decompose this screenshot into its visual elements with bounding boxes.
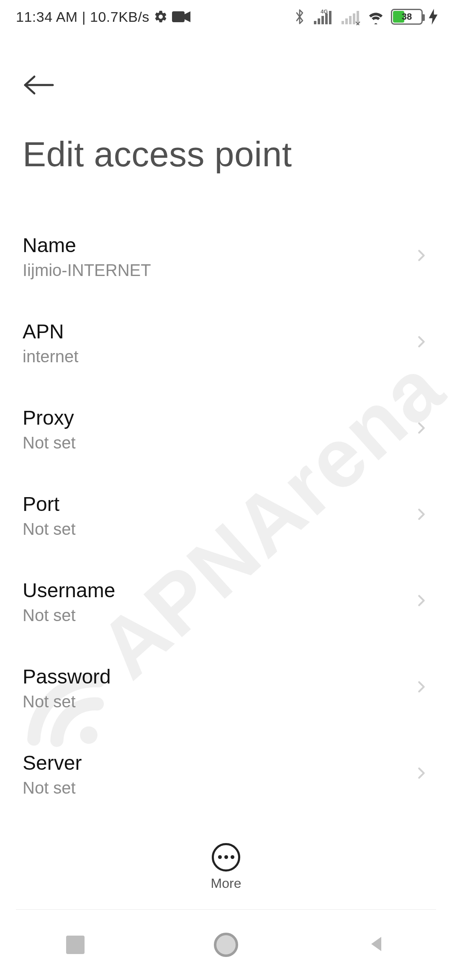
battery-icon: 38 — [391, 9, 423, 25]
setting-texts: NameIijmio-INTERNET — [23, 234, 414, 280]
setting-value: Not set — [23, 520, 414, 539]
chevron-right-icon — [414, 248, 431, 265]
svg-rect-9 — [349, 16, 352, 24]
triangle-left-icon — [367, 934, 386, 955]
chevron-right-icon — [414, 680, 431, 696]
setting-value: internet — [23, 347, 414, 366]
bluetooth-icon — [294, 8, 306, 25]
camera-icon — [172, 10, 190, 23]
more-dots-icon — [231, 855, 234, 859]
setting-label: Name — [23, 234, 414, 257]
status-time: 11:34 AM — [16, 9, 78, 25]
setting-value: Not set — [23, 779, 414, 797]
setting-label: Password — [23, 665, 414, 688]
setting-label: Proxy — [23, 406, 414, 429]
status-left: 11:34 AM | 10.7KB/s — [16, 9, 190, 25]
setting-texts: ServerNot set — [23, 751, 414, 797]
nav-back-button[interactable] — [363, 931, 390, 958]
page-title: Edit access point — [23, 134, 429, 175]
svg-rect-7 — [342, 21, 344, 24]
chevron-right-icon — [414, 507, 431, 524]
bottom-action-bar: More — [0, 824, 452, 910]
setting-label: Server — [23, 751, 414, 774]
chevron-right-icon — [414, 335, 431, 351]
svg-rect-0 — [172, 11, 185, 22]
status-right: 4G 38 — [294, 8, 438, 25]
nav-recents-button[interactable] — [62, 931, 89, 958]
setting-texts: ProxyNot set — [23, 406, 414, 452]
nav-home-button[interactable] — [213, 931, 239, 958]
more-label: More — [211, 876, 241, 891]
back-button[interactable] — [23, 67, 60, 105]
setting-row-proxy[interactable]: ProxyNot set — [0, 386, 452, 472]
system-nav-bar — [0, 910, 452, 980]
svg-rect-6 — [329, 11, 331, 24]
status-separator: | — [82, 9, 86, 25]
more-button[interactable] — [212, 843, 240, 872]
setting-row-server[interactable]: ServerNot set — [0, 731, 452, 818]
signal-sim2-icon — [339, 8, 361, 25]
svg-rect-10 — [353, 13, 355, 24]
setting-row-password[interactable]: PasswordNot set — [0, 645, 452, 731]
setting-row-apn[interactable]: APNinternet — [0, 300, 452, 386]
setting-label: Port — [23, 493, 414, 516]
setting-label: APN — [23, 320, 414, 343]
chevron-right-icon — [414, 421, 431, 438]
chevron-right-icon — [414, 593, 431, 610]
signal-sim1-icon: 4G — [311, 8, 333, 25]
setting-value: Not set — [23, 433, 414, 452]
setting-texts: UsernameNot set — [23, 579, 414, 625]
more-dots-icon — [224, 855, 228, 859]
circle-icon — [214, 933, 238, 957]
status-bar: 11:34 AM | 10.7KB/s 4G 38 — [0, 0, 452, 34]
setting-row-name[interactable]: NameIijmio-INTERNET — [0, 214, 452, 300]
charging-icon — [429, 10, 438, 24]
setting-row-mmsc[interactable]: MMSCNot set — [0, 818, 452, 824]
settings-icon — [154, 10, 168, 24]
setting-label: Username — [23, 579, 414, 602]
setting-value: Not set — [23, 692, 414, 711]
svg-rect-5 — [325, 13, 328, 24]
setting-texts: PasswordNot set — [23, 665, 414, 711]
status-data-rate: 10.7KB/s — [90, 9, 149, 25]
setting-row-username[interactable]: UsernameNot set — [0, 559, 452, 645]
square-icon — [66, 936, 85, 954]
setting-texts: APNinternet — [23, 320, 414, 366]
arrow-left-icon — [23, 74, 54, 98]
setting-texts: PortNot set — [23, 493, 414, 539]
battery-percent: 38 — [392, 11, 421, 22]
setting-value: Not set — [23, 606, 414, 625]
svg-rect-4 — [321, 16, 324, 24]
chevron-right-icon — [414, 766, 431, 783]
wifi-icon — [367, 9, 385, 24]
svg-rect-2 — [314, 21, 316, 24]
header: Edit access point — [0, 50, 452, 175]
more-dots-icon — [218, 855, 222, 859]
setting-row-port[interactable]: PortNot set — [0, 472, 452, 559]
svg-rect-11 — [357, 11, 359, 24]
setting-value: Iijmio-INTERNET — [23, 261, 414, 280]
svg-rect-8 — [345, 18, 348, 24]
settings-list: NameIijmio-INTERNETAPNinternetProxyNot s… — [0, 214, 452, 824]
svg-rect-3 — [318, 18, 320, 24]
